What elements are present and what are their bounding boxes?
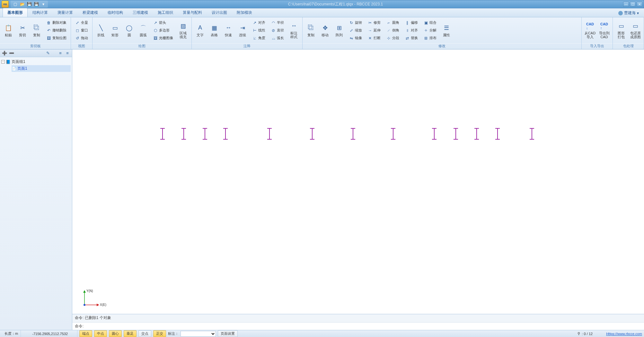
ibeam-shape[interactable] bbox=[351, 128, 355, 140]
close-button[interactable]: ✕ bbox=[637, 2, 642, 7]
cad-import-button[interactable]: CAD↓从CAD 导入 bbox=[584, 19, 596, 42]
website-link[interactable]: Https://www.rbcce.com bbox=[606, 332, 642, 336]
rect-button[interactable]: ▭矩形 bbox=[109, 19, 121, 42]
ibeam-shape[interactable] bbox=[496, 128, 499, 140]
ibeam-shape[interactable] bbox=[475, 128, 479, 140]
dimstyle-button[interactable]: ↔标注 样式 bbox=[287, 19, 300, 42]
chamfer-button[interactable]: ⟋倒角 bbox=[384, 27, 401, 34]
ibeam-shape[interactable] bbox=[203, 128, 207, 140]
ibeam-shape[interactable] bbox=[454, 128, 458, 140]
tab-survey-calc[interactable]: 测量计算 bbox=[53, 8, 78, 17]
raster-button[interactable]: 🖼光栅图像 bbox=[151, 35, 175, 42]
collapse-icon[interactable]: − bbox=[1, 60, 5, 64]
fillet-button[interactable]: ⌐圆角 bbox=[384, 19, 401, 26]
rotate-button[interactable]: ↻旋转 bbox=[347, 19, 364, 26]
tab-design-draw[interactable]: 设计出图 bbox=[207, 8, 232, 17]
snap-intersect-button[interactable]: 交点 bbox=[138, 330, 151, 337]
properties-button[interactable]: ☰属性 bbox=[440, 19, 453, 42]
ibeam-shape[interactable] bbox=[432, 128, 436, 140]
ibeam-shape[interactable] bbox=[161, 128, 164, 140]
diameter-dim-button[interactable]: ⊘直径 bbox=[269, 27, 286, 34]
saveas-icon[interactable]: 💾 bbox=[33, 1, 40, 7]
cad-export-button[interactable]: CAD↑导出到 CAD bbox=[598, 19, 611, 42]
tab-quantity[interactable]: 算量与配料 bbox=[178, 8, 207, 17]
ibeam-shape[interactable] bbox=[530, 128, 534, 140]
tab-struct-calc[interactable]: 结构计算 bbox=[28, 8, 53, 17]
segment-button[interactable]: ⊹分段 bbox=[384, 35, 401, 42]
undo-delete-button[interactable]: ↶撤销删除 bbox=[44, 27, 69, 34]
filter-icon[interactable]: ⚲ bbox=[578, 332, 580, 336]
arrange-button[interactable]: ⊞排布 bbox=[421, 35, 439, 42]
polyline-button[interactable]: ╲折线 bbox=[94, 19, 107, 42]
ibeam-shape[interactable] bbox=[182, 128, 186, 140]
table-button[interactable]: ▦表格 bbox=[208, 19, 221, 42]
group-button[interactable]: ▣组合 bbox=[421, 19, 439, 26]
angle-dim-button[interactable]: ⟀角度 bbox=[250, 35, 268, 42]
paste-button[interactable]: 📋粘贴 bbox=[2, 19, 15, 42]
copy-button[interactable]: ⿻复制 bbox=[30, 19, 43, 42]
drawing-canvas[interactable]: Y(N) X(E) bbox=[72, 49, 644, 314]
scale-button[interactable]: ⤢缩放 bbox=[347, 27, 364, 34]
polygon-button[interactable]: ⬡多边形 bbox=[151, 27, 175, 34]
ibeam-shape[interactable] bbox=[391, 128, 395, 140]
text-button[interactable]: A文字 bbox=[194, 19, 207, 42]
move-button[interactable]: ✥移动 bbox=[319, 19, 331, 42]
tab-construct-org[interactable]: 施工组织 bbox=[153, 8, 178, 17]
maximize-button[interactable]: ☐ bbox=[630, 2, 636, 7]
replace-button[interactable]: ⇄替换 bbox=[403, 35, 420, 42]
region-fill-button[interactable]: ▨区域 填充 bbox=[177, 19, 190, 42]
zoom-window-button[interactable]: ◻窗口 bbox=[73, 27, 90, 34]
page-settings-button[interactable]: 页面设置 bbox=[218, 330, 238, 337]
add-page-icon[interactable]: ➕ bbox=[1, 50, 8, 56]
new-file-icon[interactable]: ▢ bbox=[12, 1, 18, 7]
snap-endpoint-button[interactable]: 端点 bbox=[79, 330, 92, 337]
ungroup-button[interactable]: ✧分解 bbox=[421, 27, 439, 34]
break-button[interactable]: ✕打断 bbox=[366, 35, 383, 42]
delete-object-button[interactable]: 🗑删除对象 bbox=[44, 19, 69, 26]
zoom-full-button[interactable]: ⤢全显 bbox=[73, 19, 90, 26]
extend-button[interactable]: →延伸 bbox=[366, 27, 383, 34]
arc-button[interactable]: ⌒圆弧 bbox=[137, 19, 150, 42]
snap-perp-button[interactable]: 垂足 bbox=[124, 330, 137, 337]
tab-basic-shape[interactable]: 基本图形 bbox=[3, 8, 28, 17]
rename-icon[interactable]: ✎ bbox=[45, 50, 51, 56]
array-button[interactable]: ⊞阵列 bbox=[333, 19, 346, 42]
annotation-select[interactable] bbox=[181, 331, 216, 337]
align2-button[interactable]: ⫴对齐 bbox=[403, 27, 420, 34]
tab-bridge-model[interactable]: 桥梁建模 bbox=[78, 8, 103, 17]
ibeam-shape[interactable] bbox=[268, 128, 271, 140]
trim-button[interactable]: ✂修剪 bbox=[366, 19, 383, 26]
tree-root[interactable]: − 📘 页面组1 bbox=[1, 58, 71, 65]
ibeam-shape[interactable] bbox=[224, 128, 227, 140]
quick-dim-button[interactable]: ↔快速 bbox=[222, 19, 235, 42]
arclen-dim-button[interactable]: ⌓弧长 bbox=[269, 35, 286, 42]
ibeam-shape[interactable] bbox=[310, 128, 314, 140]
unpack-button[interactable]: ▭包还原 成原图 bbox=[629, 19, 642, 42]
snap-ortho-button[interactable]: 正交 bbox=[153, 330, 166, 337]
arrow-button[interactable]: ↗箭头 bbox=[151, 19, 175, 26]
tab-addon[interactable]: 附加模块 bbox=[232, 8, 257, 17]
offset-button[interactable]: ∥偏移 bbox=[403, 19, 420, 26]
radius-dim-button[interactable]: ◠半径 bbox=[269, 19, 286, 26]
minimize-button[interactable]: — bbox=[623, 2, 629, 7]
indent-left-icon[interactable]: ≡ bbox=[57, 50, 64, 56]
tab-3d-model[interactable]: 三维建模 bbox=[128, 8, 153, 17]
delete-page-icon[interactable]: ➖ bbox=[8, 50, 15, 56]
qa-dropdown-icon[interactable]: ▾ bbox=[40, 1, 47, 7]
indent-right-icon[interactable]: ≡ bbox=[64, 50, 71, 56]
mirror-button[interactable]: ⇋镜像 bbox=[347, 35, 364, 42]
align-dim-button[interactable]: ↗对齐 bbox=[250, 19, 268, 26]
command-input[interactable]: 命令: bbox=[72, 322, 644, 330]
pack-button[interactable]: ▭图形 打包 bbox=[615, 19, 628, 42]
circle-button[interactable]: ◯圆 bbox=[123, 19, 136, 42]
tree-child-page1[interactable]: 📄 页面1 bbox=[12, 65, 71, 72]
save-icon[interactable]: 💾 bbox=[26, 1, 32, 7]
open-file-icon[interactable]: 📂 bbox=[19, 1, 25, 7]
user-menu[interactable]: 曹建海 ▾ bbox=[616, 9, 641, 17]
copy-bitmap-button[interactable]: 🖼复制位图 bbox=[44, 35, 69, 42]
snap-midpoint-button[interactable]: 中点 bbox=[94, 330, 107, 337]
snap-center-button[interactable]: 圆心 bbox=[109, 330, 122, 337]
tab-temp-struct[interactable]: 临时结构 bbox=[103, 8, 128, 17]
linear-dim-button[interactable]: ⊢线性 bbox=[250, 27, 268, 34]
cut-button[interactable]: ✂剪切 bbox=[16, 19, 29, 42]
